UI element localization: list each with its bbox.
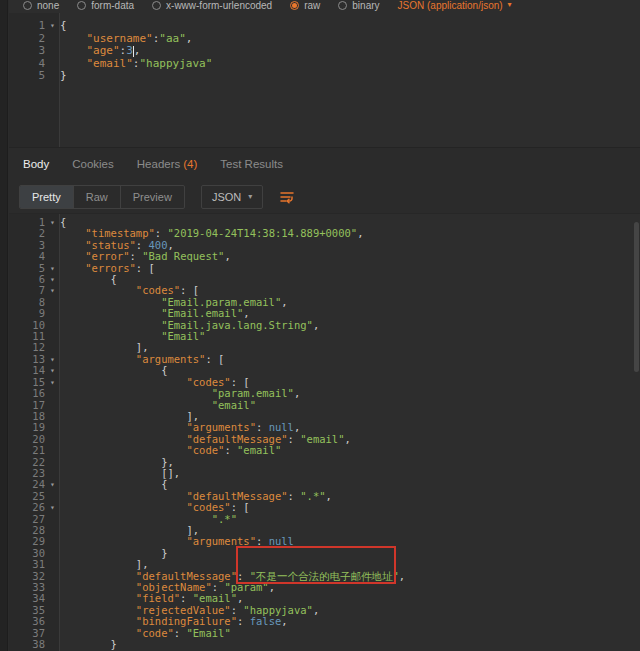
fold-gutter — [45, 559, 60, 570]
fold-gutter — [45, 491, 60, 502]
fold-gutter — [45, 536, 60, 547]
fold-gutter — [45, 411, 60, 422]
fold-gutter — [45, 616, 60, 627]
tab-label: Test Results — [220, 158, 283, 170]
fold-toggle-icon[interactable]: ▾ — [45, 285, 60, 296]
view-preview-button[interactable]: Preview — [121, 186, 184, 208]
code-line: 4 "email":"happyjava" — [9, 58, 640, 71]
main-content: none form-data x-www-form-urlencoded raw… — [9, 0, 640, 651]
radio-icon — [23, 1, 32, 10]
fold-gutter — [45, 308, 60, 319]
fold-toggle-icon[interactable]: ▾ — [45, 502, 60, 513]
body-type-label: binary — [352, 0, 379, 11]
fold-gutter — [45, 628, 60, 639]
line-number: 9 — [9, 308, 45, 319]
fold-gutter — [45, 251, 60, 262]
tab-label: Body — [23, 158, 49, 170]
response-body-editor[interactable]: 1▾{2 "timestamp": "2019-04-24T14:38:14.8… — [9, 214, 640, 651]
fold-gutter — [45, 342, 60, 353]
body-type-option-raw[interactable]: raw — [290, 0, 320, 11]
line-number: 19 — [9, 422, 45, 433]
language-dropdown[interactable]: JSON ▾ — [201, 185, 263, 209]
fold-gutter — [45, 45, 60, 58]
view-raw-button[interactable]: Raw — [74, 186, 121, 208]
content-type-dropdown[interactable]: JSON (application/json) ▾ — [398, 0, 512, 11]
tab-body[interactable]: Body — [19, 154, 53, 174]
fold-gutter — [45, 445, 60, 456]
body-type-option-binary[interactable]: binary — [338, 0, 379, 11]
body-type-label: x-www-form-urlencoded — [166, 0, 272, 11]
radio-icon — [152, 1, 161, 10]
fold-gutter — [45, 605, 60, 616]
fold-toggle-icon[interactable]: ▾ — [45, 365, 60, 376]
fold-gutter — [45, 422, 60, 433]
tab-label: Cookies — [72, 158, 114, 170]
response-toolbar: Pretty Raw Preview JSON ▾ — [9, 180, 640, 214]
tab-test-results[interactable]: Test Results — [216, 154, 287, 174]
fold-toggle-icon[interactable]: ▾ — [45, 217, 60, 228]
fold-gutter — [45, 548, 60, 559]
view-pretty-button[interactable]: Pretty — [20, 186, 74, 208]
line-number: 36 — [9, 616, 45, 627]
code-line: 38 } — [9, 639, 640, 650]
language-label: JSON — [212, 191, 241, 203]
code-line: 5} — [9, 70, 640, 83]
fold-toggle-icon[interactable]: ▾ — [45, 274, 60, 285]
code-text: "username":"aa", — [60, 33, 640, 46]
request-body-type-bar: none form-data x-www-form-urlencoded raw… — [9, 0, 640, 13]
code-text: "errors": [ — [60, 263, 640, 274]
tab-headers[interactable]: Headers(4) — [133, 154, 202, 174]
body-type-option-x-www-form-urlencoded[interactable]: x-www-form-urlencoded — [152, 0, 272, 11]
fold-gutter — [45, 388, 60, 399]
fold-gutter — [45, 33, 60, 46]
line-number: 31 — [9, 559, 45, 570]
line-number: 4 — [9, 251, 45, 262]
body-type-label: raw — [304, 0, 320, 11]
line-number: 14 — [9, 365, 45, 376]
fold-gutter — [45, 468, 60, 479]
radio-icon — [290, 1, 299, 10]
line-number: 1 — [9, 20, 45, 33]
line-number: 26 — [9, 502, 45, 513]
fold-toggle-icon[interactable]: ▾ — [45, 479, 60, 490]
line-number: 21 — [9, 445, 45, 456]
wrap-text-icon[interactable] — [279, 189, 295, 205]
fold-gutter — [45, 434, 60, 445]
fold-toggle-icon[interactable]: ▾ — [45, 354, 60, 365]
headers-count-badge: (4) — [183, 158, 197, 170]
code-text: "code": "Email" — [60, 628, 640, 639]
fold-toggle-icon[interactable]: ▾ — [45, 377, 60, 388]
fold-gutter — [45, 593, 60, 604]
window-left-edge — [0, 0, 8, 651]
line-number: 5 — [9, 70, 45, 83]
fold-gutter — [45, 228, 60, 239]
fold-gutter — [45, 639, 60, 650]
radio-icon — [338, 1, 347, 10]
code-text: } — [60, 639, 640, 650]
body-type-label: none — [37, 0, 59, 11]
fold-gutter — [45, 240, 60, 251]
fold-gutter — [45, 525, 60, 536]
tab-label: Headers — [137, 158, 180, 170]
fold-gutter — [45, 514, 60, 525]
view-mode-group: Pretty Raw Preview — [19, 185, 185, 209]
request-body-editor[interactable]: 1▾{2 "username":"aa",3 "age":3,4 "email"… — [9, 13, 640, 147]
body-type-option-none[interactable]: none — [23, 0, 59, 11]
content-type-label: JSON (application/json) — [398, 0, 503, 11]
code-text: } — [60, 70, 640, 83]
body-type-option-form-data[interactable]: form-data — [77, 0, 134, 11]
radio-icon — [77, 1, 86, 10]
line-number: 38 — [9, 639, 45, 650]
fold-gutter — [45, 457, 60, 468]
fold-gutter — [45, 400, 60, 411]
fold-gutter — [45, 70, 60, 83]
response-tabs: Body Cookies Headers(4) Test Results — [9, 147, 640, 180]
code-text: "email":"happyjava" — [60, 58, 640, 71]
scrollbar[interactable] — [634, 222, 639, 372]
line-number: 3 — [9, 45, 45, 58]
tab-cookies[interactable]: Cookies — [68, 154, 118, 174]
fold-gutter — [45, 58, 60, 71]
chevron-down-icon: ▾ — [248, 193, 252, 201]
fold-toggle-icon[interactable]: ▾ — [45, 263, 60, 274]
fold-toggle-icon[interactable]: ▾ — [45, 20, 60, 33]
